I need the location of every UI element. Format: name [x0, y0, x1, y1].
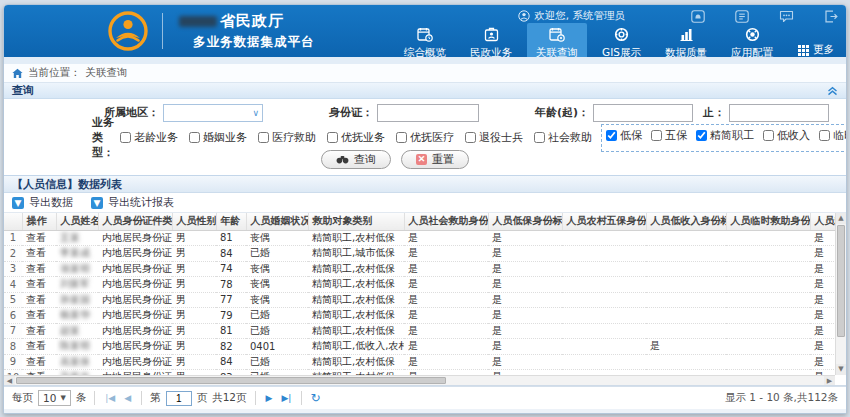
vertical-scroll-thumb[interactable] — [837, 225, 845, 337]
age-from-input[interactable] — [593, 104, 693, 122]
page-prefix-label: 第 — [150, 391, 161, 405]
business-type-checkbox[interactable] — [396, 132, 407, 143]
table-row: 3查看张某明内地居民身份证男74丧偶精简职工,农村低保是是是 — [4, 261, 846, 277]
checkbox-item[interactable]: 退役士兵 — [465, 130, 523, 145]
collapse-panel-icon[interactable] — [827, 86, 838, 96]
checkbox-item[interactable]: 老龄业务 — [120, 130, 178, 145]
notification-icon[interactable] — [691, 10, 705, 23]
scroll-up-icon[interactable]: ▲ — [836, 213, 846, 224]
view-link[interactable]: 查看 — [26, 309, 46, 320]
table-cell: 男 — [172, 261, 216, 277]
column-header[interactable]: 年龄 — [216, 213, 246, 230]
view-link[interactable]: 查看 — [26, 356, 46, 367]
name-cell: 赵某 — [56, 323, 98, 339]
idcard-input[interactable] — [377, 104, 479, 122]
checkbox-item[interactable]: 低收入 — [763, 128, 810, 143]
name-cell: 孙某国 — [56, 292, 98, 308]
business-type-checkbox[interactable] — [120, 132, 131, 143]
checkbox-item[interactable]: 优抚业务 — [327, 130, 385, 145]
view-link[interactable]: 查看 — [26, 325, 46, 336]
column-header[interactable]: 人员性别 — [172, 213, 216, 230]
checkbox-item[interactable]: 社会救助 — [534, 130, 592, 145]
checkbox-item[interactable]: 临时救助 — [819, 128, 847, 143]
org-prefix-redacted — [179, 16, 217, 27]
export-report-button[interactable]: ▼ 导出统计报表 — [91, 195, 174, 210]
scroll-right-icon[interactable]: ▶ — [824, 376, 835, 385]
column-header[interactable]: 人员农村五保身份标志 — [562, 213, 646, 230]
scroll-left-icon[interactable]: ◀ — [4, 376, 15, 385]
business-type-checkbox[interactable] — [696, 130, 707, 141]
checkbox-label: 精简职工 — [710, 128, 754, 143]
table-cell: 精简职工,城市低保 — [308, 246, 404, 262]
reset-button-label: 重置 — [432, 152, 454, 167]
business-type-checkbox[interactable] — [763, 130, 774, 141]
corner-icons — [691, 10, 838, 23]
view-link[interactable]: 查看 — [26, 340, 46, 351]
table-cell — [562, 261, 646, 277]
export-data-button[interactable]: ▼ 导出数据 — [12, 195, 73, 210]
next-page-button[interactable]: ▶ — [264, 392, 275, 405]
vertical-scrollbar[interactable]: ▲ ▼ — [835, 213, 846, 375]
person-name-redacted: 杨某华 — [60, 309, 90, 320]
business-type-checkbox[interactable] — [534, 132, 545, 143]
page-number-input[interactable] — [166, 391, 192, 406]
refresh-icon[interactable]: ↻ — [310, 391, 320, 405]
checkbox-item[interactable]: 医疗救助 — [258, 130, 316, 145]
column-header[interactable]: 人员姓名 — [56, 213, 98, 230]
horizontal-scrollbar[interactable]: ◀ ▶ — [4, 375, 835, 385]
table-body: 1查看王某内地居民身份证男81丧偶精简职工,农村低保是是是2查看李某成内地居民身… — [4, 230, 846, 385]
grid-icon — [798, 45, 809, 56]
table-cell: 0401 — [246, 339, 308, 355]
age-to-input[interactable] — [729, 104, 829, 122]
column-header[interactable]: 人员临时救助身份标志 — [726, 213, 810, 230]
checkbox-item[interactable]: 低保 — [606, 128, 642, 143]
view-link[interactable]: 查看 — [26, 294, 46, 305]
column-header[interactable]: 人员低保身份标志 — [488, 213, 562, 230]
table-cell: 是 — [404, 323, 488, 339]
business-type-checkbox[interactable] — [651, 130, 662, 141]
column-header[interactable]: 救助对象类别 — [308, 213, 404, 230]
row-number: 4 — [4, 277, 22, 293]
breadcrumb-current[interactable]: 关联查询 — [86, 66, 128, 80]
first-page-button[interactable]: |◀ — [103, 392, 117, 405]
table-row: 9查看高某保内地居民身份证男84已婚精简职工,农村低保是是是 — [4, 354, 846, 370]
business-type-checkbox[interactable] — [189, 132, 200, 143]
export-toolbar: ▼ 导出数据 ▼ 导出统计报表 — [4, 193, 846, 213]
business-type-checkbox[interactable] — [258, 132, 269, 143]
business-type-checkbox[interactable] — [819, 130, 830, 141]
document-icon[interactable] — [735, 10, 749, 23]
region-select[interactable]: ∨ — [163, 104, 263, 122]
column-header[interactable]: 操作 — [22, 213, 56, 230]
query-button[interactable]: 查询 — [321, 150, 391, 169]
column-header[interactable]: 人员社会救助身份标志 — [404, 213, 488, 230]
business-type-checkboxes: 老龄业务婚姻业务医疗救助优抚业务优抚医疗退役士兵社会救助 — [120, 130, 599, 145]
table-cell: 81 — [216, 230, 246, 246]
reset-button[interactable]: ✕ 重置 — [401, 150, 469, 169]
checkbox-label: 婚姻业务 — [203, 130, 247, 145]
column-header[interactable]: 人员婚姻状况 — [246, 213, 308, 230]
last-page-button[interactable]: ▶| — [279, 392, 293, 405]
checkbox-item[interactable]: 优抚医疗 — [396, 130, 454, 145]
checkbox-item[interactable]: 五保 — [651, 128, 687, 143]
business-type-checkbox[interactable] — [465, 132, 476, 143]
horizontal-scroll-track[interactable] — [447, 376, 824, 385]
scroll-down-icon[interactable]: ▼ — [836, 364, 846, 375]
column-header[interactable]: 人员身份证件类型 — [98, 213, 172, 230]
business-type-checkbox[interactable] — [606, 130, 617, 141]
per-page-select[interactable]: 10 ▼ — [38, 390, 71, 406]
view-link[interactable]: 查看 — [26, 232, 46, 243]
view-link[interactable]: 查看 — [26, 247, 46, 258]
column-header[interactable]: 人员低收入身份标志 — [646, 213, 726, 230]
view-link[interactable]: 查看 — [26, 263, 46, 274]
logout-icon[interactable] — [824, 10, 838, 23]
person-table: 操作人员姓名人员身份证件类型人员性别年龄人员婚姻状况救助对象类别人员社会救助身份… — [4, 213, 846, 386]
prev-page-button[interactable]: ◀ — [122, 392, 133, 405]
checkbox-item[interactable]: 婚姻业务 — [189, 130, 247, 145]
checkbox-item[interactable]: 精简职工 — [696, 128, 754, 143]
horizontal-scroll-thumb[interactable] — [16, 377, 446, 384]
vertical-scroll-track[interactable] — [836, 338, 846, 364]
view-link[interactable]: 查看 — [26, 278, 46, 289]
chart-icon — [679, 27, 694, 44]
business-type-checkbox[interactable] — [327, 132, 338, 143]
message-icon[interactable] — [779, 10, 794, 23]
